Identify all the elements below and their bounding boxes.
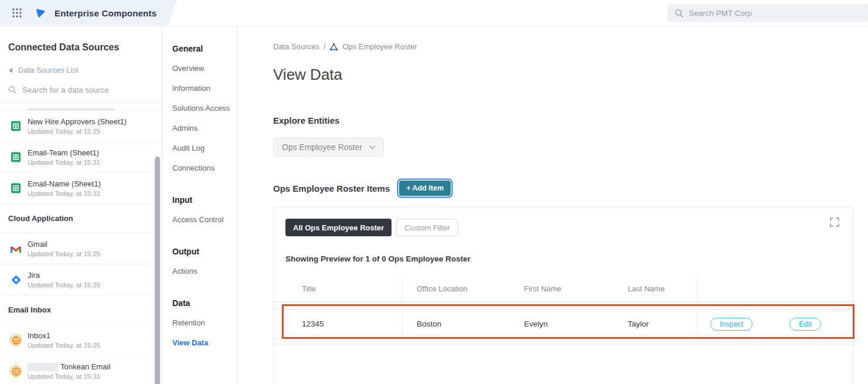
custom-data-source-icon	[329, 43, 338, 51]
sidebar-title: Connected Data Sources	[8, 42, 154, 53]
data-source-updated: Updated Today, at 15:31	[28, 159, 100, 166]
tab-custom-filter[interactable]: Custom Filter	[396, 219, 458, 236]
redacted-text	[28, 363, 58, 371]
data-source-name: Gmail	[28, 240, 100, 249]
email-inbox-icon	[10, 334, 22, 346]
app-window: Enterprise Components Connected Data Sou…	[0, 0, 868, 384]
menu-item-actions[interactable]: Actions	[172, 267, 237, 276]
app-title: Enterprise Components	[55, 8, 156, 18]
google-sheets-icon	[10, 182, 22, 194]
main-content: Data Sources / Ops Employee Roster View …	[237, 26, 868, 384]
menu-item-overview[interactable]: Overview	[172, 64, 237, 73]
topbar-brand-area: Enterprise Components	[0, 0, 177, 26]
gmail-icon	[10, 243, 22, 254]
menu-item-audit-log[interactable]: Audit Log	[172, 144, 237, 153]
entity-select-value: Ops Employee Roster	[282, 142, 362, 152]
data-source-name: Tonkean Email	[60, 362, 110, 371]
back-link-label: Data Sources List	[18, 66, 79, 74]
items-table: Title Office Location First Name Last Na…	[274, 276, 853, 345]
data-source-search-input[interactable]	[22, 86, 145, 94]
tab-all-items[interactable]: All Ops Employee Roster	[285, 219, 392, 236]
explore-entities-heading: Explore Entities	[273, 116, 868, 125]
column-header-office-location: Office Location	[403, 276, 510, 301]
table-spacer-row	[274, 302, 853, 310]
brand-logo-icon	[35, 8, 46, 18]
connected-data-sources-sidebar: Connected Data Sources Data Sources List	[0, 26, 162, 384]
preview-count-text: Showing Preview for 1 of 0 Ops Employee …	[285, 254, 853, 263]
data-source-name: New Hire Approvers (Sheet1)	[28, 117, 127, 126]
menu-section-input: Input	[172, 195, 237, 205]
cell-actions: Inspect Edit	[698, 310, 853, 338]
data-source-search-box	[8, 86, 154, 94]
edit-button[interactable]: Edit	[789, 318, 821, 331]
column-header-first-name: First Name	[510, 276, 614, 301]
google-sheets-icon	[10, 120, 22, 132]
back-triangle-icon	[8, 67, 13, 73]
table-row[interactable]: 12345 Boston Evelyn Taylor Inspect Edit	[274, 310, 853, 339]
fullscreen-expand-icon[interactable]	[829, 217, 840, 227]
data-source-item-tonkean-email[interactable]: Tonkean Email Updated Today, at 15:31	[0, 356, 162, 384]
items-heading-row: Ops Employee Roster Items + Add Item	[273, 181, 868, 196]
column-header-title: Title	[274, 276, 403, 301]
menu-item-solutions-access[interactable]: Solutions Access	[172, 104, 237, 113]
menu-item-connections[interactable]: Connections	[172, 164, 237, 173]
sidebar-scrollbar-thumb[interactable]	[155, 157, 160, 384]
google-sheets-icon	[10, 151, 22, 163]
chevron-down-icon	[369, 145, 376, 149]
clipped-list-item	[0, 103, 162, 111]
cell-first-name: Evelyn	[510, 310, 614, 338]
sidebar-section-cloud-application: Cloud Application	[0, 204, 162, 233]
entity-select[interactable]: Ops Employee Roster	[273, 138, 384, 157]
cell-office-location: Boston	[403, 310, 510, 338]
data-source-item-new-hire-approvers[interactable]: New Hire Approvers (Sheet1) Updated Toda…	[0, 111, 162, 142]
page-title: View Data	[273, 65, 868, 84]
menu-item-information[interactable]: Information	[172, 84, 237, 93]
data-source-name: Inbox1	[28, 331, 100, 340]
table-filler-row	[274, 339, 853, 345]
data-source-updated: Updated Today, at 15:25	[28, 342, 100, 349]
items-heading: Ops Employee Roster Items	[273, 183, 390, 193]
data-source-name: Email-Name (Sheet1)	[28, 179, 101, 188]
cell-last-name: Taylor	[614, 310, 698, 338]
menu-section-output: Output	[172, 247, 237, 256]
menu-item-view-data[interactable]: View Data	[172, 338, 237, 348]
column-header-actions	[698, 276, 853, 301]
data-source-item-inbox1[interactable]: Inbox1 Updated Today, at 15:25	[0, 325, 162, 356]
breadcrumb-current: Ops Employee Roster	[342, 42, 417, 51]
menu-section-data: Data	[172, 298, 237, 308]
data-source-updated: Updated Today, at 15:31	[28, 190, 101, 197]
data-source-updated: Updated Today, at 15:25	[28, 250, 100, 257]
column-header-last-name: Last Name	[614, 276, 698, 301]
cell-title: 12345	[274, 310, 403, 338]
search-icon	[675, 9, 683, 18]
menu-section-general: General	[172, 44, 237, 53]
global-search-box	[668, 4, 868, 22]
data-source-name: Jira	[28, 271, 100, 280]
inspect-button[interactable]: Inspect	[710, 318, 753, 331]
breadcrumb: Data Sources / Ops Employee Roster	[273, 42, 868, 51]
sidebar-header: Connected Data Sources Data Sources List	[0, 26, 162, 103]
data-source-updated: Updated Today, at 15:25	[28, 281, 100, 288]
data-source-updated: Updated Today, at 15:31	[28, 373, 110, 380]
data-source-item-jira[interactable]: Jira Updated Today, at 15:25	[0, 264, 162, 295]
data-source-item-gmail[interactable]: Gmail Updated Today, at 15:25	[0, 233, 162, 264]
breadcrumb-data-sources-link[interactable]: Data Sources	[273, 42, 319, 51]
back-to-data-sources-link[interactable]: Data Sources List	[8, 66, 154, 74]
topbar: Enterprise Components	[0, 0, 868, 26]
menu-item-retention[interactable]: Retention	[172, 318, 237, 328]
data-source-item-email-team[interactable]: Email-Team (Sheet1) Updated Today, at 15…	[0, 142, 162, 173]
data-source-item-email-name[interactable]: Email-Name (Sheet1) Updated Today, at 15…	[0, 173, 162, 204]
menu-item-access-control[interactable]: Access Control	[172, 215, 237, 225]
global-search-input[interactable]	[689, 9, 835, 18]
menu-item-admins[interactable]: Admins	[172, 124, 237, 133]
search-icon	[8, 86, 16, 94]
data-source-updated: Updated Today, at 15:25	[28, 128, 127, 135]
data-source-name: Email-Team (Sheet1)	[28, 148, 100, 157]
add-item-button[interactable]: + Add Item	[399, 181, 451, 196]
filter-tabs: All Ops Employee Roster Custom Filter	[285, 219, 853, 236]
jira-icon	[10, 274, 22, 286]
app-launcher-grid-icon[interactable]	[12, 8, 22, 18]
table-header-row: Title Office Location First Name Last Na…	[274, 276, 853, 302]
items-panel: All Ops Employee Roster Custom Filter Sh…	[273, 206, 853, 384]
settings-menu: General Overview Information Solutions A…	[162, 26, 237, 384]
